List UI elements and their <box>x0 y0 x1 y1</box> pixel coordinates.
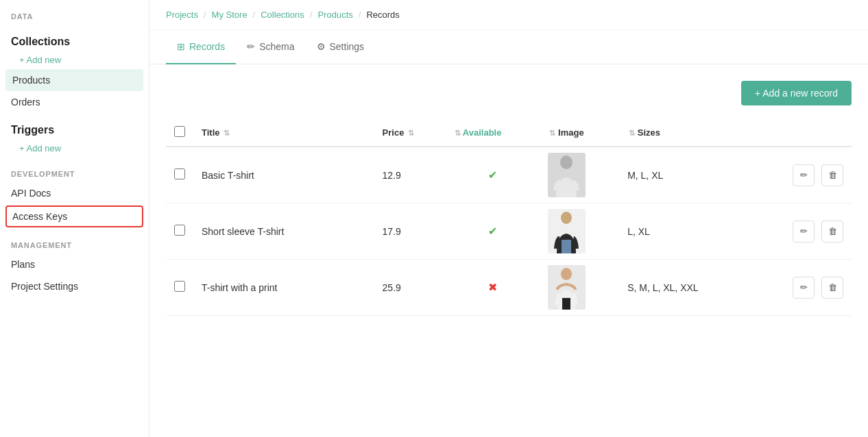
development-section-label: DEVELOPMENT <box>0 158 149 182</box>
delete-button-1[interactable]: 🗑 <box>821 164 843 186</box>
add-new-collection-button[interactable]: + Add new <box>0 51 149 69</box>
sidebar-item-orders-label: Orders <box>11 97 40 108</box>
breadcrumb-records: Records <box>366 10 399 20</box>
records-tab-icon: ⊞ <box>177 41 185 52</box>
row-price-cell: 25.9 <box>374 260 445 316</box>
add-record-button[interactable]: + Add a new record <box>741 81 852 105</box>
table-header-row: Title ⇅ Price ⇅ ⇅ Available ⇅ Image <box>166 119 852 147</box>
toolbar: + Add a new record <box>166 81 852 105</box>
records-table: Title ⇅ Price ⇅ ⇅ Available ⇅ Image <box>166 119 852 316</box>
breadcrumb-sep-4: / <box>359 10 361 20</box>
row-checkbox-cell <box>166 260 193 316</box>
row-image <box>548 209 586 253</box>
row-price-cell: 17.9 <box>374 203 445 260</box>
add-new-trigger-button[interactable]: + Add new <box>0 139 149 158</box>
row-available-cell: ✔ <box>445 147 540 203</box>
breadcrumb-sep-2: / <box>253 10 256 20</box>
breadcrumb-sep-1: / <box>204 10 206 20</box>
row-image <box>548 153 586 197</box>
data-section-label: DATA <box>0 0 149 25</box>
tab-records[interactable]: ⊞ Records <box>166 30 236 64</box>
schema-tab-icon: ✏ <box>247 41 255 52</box>
row-actions-cell: ✏ 🗑 <box>747 203 852 260</box>
table-row: Short sleeve T-shirt 17.9 ✔ L, XL ✏ 🗑 <box>166 203 852 260</box>
svg-rect-4 <box>562 240 571 253</box>
sidebar-item-api-docs[interactable]: API Docs <box>0 182 149 204</box>
select-all-checkbox[interactable] <box>174 126 185 137</box>
row-title-cell: T-shirt with a print <box>193 260 374 316</box>
breadcrumb-collections[interactable]: Collections <box>261 10 304 20</box>
col-header-available: ⇅ Available <box>445 119 540 147</box>
sidebar-item-products[interactable]: Products <box>5 69 143 91</box>
row-title-cell: Basic T-shirt <box>193 147 374 203</box>
row-image <box>548 265 586 310</box>
breadcrumb-sep-3: / <box>310 10 313 20</box>
row-available-cell: ✔ <box>445 203 540 260</box>
row-checkbox-cell <box>166 147 193 203</box>
col-header-sizes: ⇅ Sizes <box>619 119 747 147</box>
row-title-cell: Short sleeve T-shirt <box>193 203 374 260</box>
table-row: T-shirt with a print 25.9 ✖ S, M, L, XL,… <box>166 260 852 316</box>
breadcrumb-my-store[interactable]: My Store <box>212 10 248 20</box>
available-check-icon: ✔ <box>488 169 497 181</box>
tab-settings-label: Settings <box>330 41 365 52</box>
sidebar-item-access-keys[interactable]: Access Keys <box>5 205 143 227</box>
delete-button-3[interactable]: 🗑 <box>821 277 843 299</box>
triggers-section-title: Triggers <box>0 113 149 139</box>
breadcrumb: Projects / My Store / Collections / Prod… <box>149 0 868 30</box>
sidebar-item-api-docs-label: API Docs <box>11 188 51 199</box>
delete-button-2[interactable]: 🗑 <box>821 221 843 242</box>
tab-schema-label: Schema <box>259 41 294 52</box>
row-actions-cell: ✏ 🗑 <box>747 147 852 203</box>
svg-point-6 <box>561 268 572 280</box>
sidebar-item-project-settings[interactable]: Project Settings <box>0 275 149 297</box>
row-checkbox-2[interactable] <box>174 225 185 236</box>
tab-records-label: Records <box>189 41 225 52</box>
sidebar: DATA Collections + Add new Products Orde… <box>0 0 149 437</box>
svg-point-1 <box>560 155 572 169</box>
breadcrumb-products[interactable]: Products <box>317 10 352 20</box>
table-row: Basic T-shirt 12.9 ✔ M, L, XL ✏ 🗑 <box>166 147 852 203</box>
tab-settings[interactable]: ⚙ Settings <box>306 30 376 64</box>
row-price-cell: 12.9 <box>374 147 445 203</box>
image-sort-icon[interactable]: ⇅ <box>549 129 555 137</box>
settings-tab-icon: ⚙ <box>317 41 326 52</box>
svg-rect-7 <box>562 298 570 310</box>
row-actions-cell: ✏ 🗑 <box>747 260 852 316</box>
row-image-cell <box>540 260 619 316</box>
content-area: + Add a new record Title ⇅ Price ⇅ <box>149 64 868 437</box>
tabs-bar: ⊞ Records ✏ Schema ⚙ Settings <box>149 30 868 64</box>
edit-button-2[interactable]: ✏ <box>793 221 815 242</box>
sidebar-item-orders[interactable]: Orders <box>0 91 149 113</box>
row-checkbox-3[interactable] <box>174 281 185 292</box>
available-sort-icon[interactable]: ⇅ <box>455 129 461 137</box>
col-header-title: Title ⇅ <box>193 119 374 147</box>
row-image-cell <box>540 203 619 260</box>
row-checkbox-cell <box>166 203 193 260</box>
row-sizes-cell: M, L, XL <box>619 147 747 203</box>
sidebar-item-plans[interactable]: Plans <box>0 253 149 275</box>
row-sizes-cell: S, M, L, XL, XXL <box>619 260 747 316</box>
edit-button-1[interactable]: ✏ <box>793 164 815 186</box>
available-check-icon: ✔ <box>488 225 497 237</box>
management-section-label: MANAGEMENT <box>0 229 149 253</box>
price-sort-icon[interactable]: ⇅ <box>408 129 414 137</box>
sizes-sort-icon[interactable]: ⇅ <box>629 129 635 137</box>
row-image-cell <box>540 147 619 203</box>
breadcrumb-projects[interactable]: Projects <box>166 10 198 20</box>
main-content: Projects / My Store / Collections / Prod… <box>149 0 868 437</box>
title-sort-icon[interactable]: ⇅ <box>224 129 230 137</box>
sidebar-item-plans-label: Plans <box>11 259 35 270</box>
col-header-checkbox <box>166 119 193 147</box>
available-cross-icon: ✖ <box>488 282 497 293</box>
row-checkbox-1[interactable] <box>174 168 185 179</box>
row-sizes-cell: L, XL <box>619 203 747 260</box>
svg-point-3 <box>561 212 572 224</box>
col-header-price: Price ⇅ <box>374 119 445 147</box>
edit-button-3[interactable]: ✏ <box>793 277 815 299</box>
tab-schema[interactable]: ✏ Schema <box>236 30 305 64</box>
collections-section-title: Collections <box>0 25 149 51</box>
sidebar-item-project-settings-label: Project Settings <box>11 281 78 292</box>
col-header-actions <box>747 119 852 147</box>
sidebar-item-products-label: Products <box>12 75 50 86</box>
